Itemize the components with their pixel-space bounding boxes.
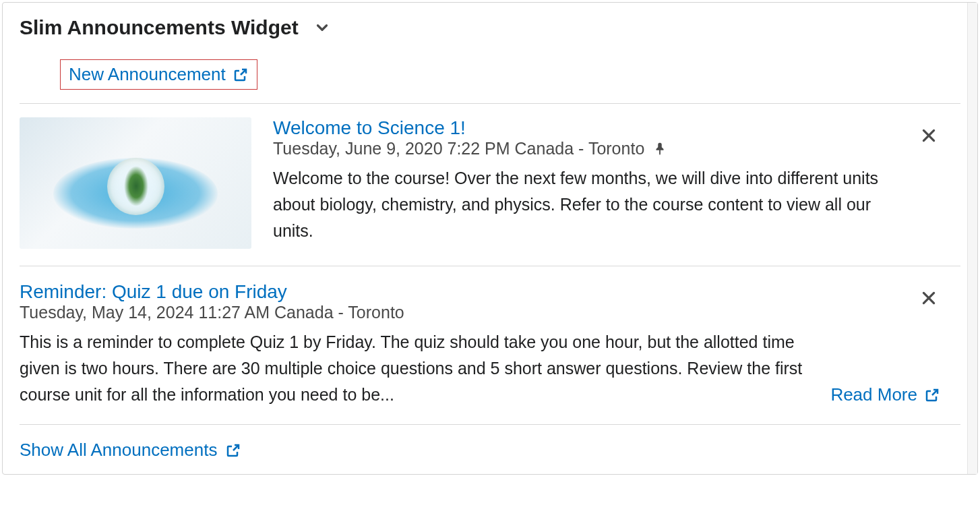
announcement-title-link[interactable]: Welcome to Science 1!	[273, 117, 466, 138]
announcement-meta: Tuesday, May 14, 2024 11:27 AM Canada - …	[20, 303, 960, 322]
pin-icon	[652, 140, 667, 158]
widget-footer: Show All Announcements	[20, 425, 960, 461]
external-link-icon	[225, 442, 241, 459]
widget-menu-toggle[interactable]	[311, 16, 334, 39]
announcement-date: Tuesday, May 14, 2024 11:27 AM Canada - …	[20, 303, 404, 322]
announcement-date: Tuesday, June 9, 2020 7:22 PM Canada - T…	[273, 139, 644, 158]
scrollbar-track[interactable]	[967, 3, 977, 474]
announcement-body: This is a reminder to complete Quiz 1 by…	[20, 329, 803, 407]
announcements-widget: Slim Announcements Widget New Announceme…	[2, 2, 978, 475]
new-announcement-label: New Announcement	[69, 64, 226, 85]
dismiss-button[interactable]	[917, 124, 940, 147]
announcement-meta: Tuesday, June 9, 2020 7:22 PM Canada - T…	[273, 139, 907, 158]
widget-header: Slim Announcements Widget	[20, 16, 960, 39]
announcement-content: Welcome to Science 1! Tuesday, June 9, 2…	[273, 117, 960, 243]
announcement-item: Welcome to Science 1! Tuesday, June 9, 2…	[20, 104, 960, 266]
external-link-icon	[924, 387, 940, 403]
external-link-icon	[233, 67, 249, 83]
new-announcement-link[interactable]: New Announcement	[60, 59, 257, 90]
close-icon	[920, 289, 938, 307]
widget-title: Slim Announcements Widget	[20, 16, 299, 39]
show-all-label: Show All Announcements	[20, 440, 217, 461]
announcement-thumbnail	[20, 117, 251, 249]
show-all-announcements-link[interactable]: Show All Announcements	[20, 440, 241, 461]
chevron-down-icon	[313, 19, 331, 36]
dismiss-button[interactable]	[917, 287, 940, 310]
read-more-link[interactable]: Read More	[830, 384, 960, 407]
read-more-label: Read More	[830, 384, 917, 405]
announcement-title-link[interactable]: Reminder: Quiz 1 due on Friday	[20, 281, 287, 302]
close-icon	[920, 127, 938, 144]
announcement-item: Reminder: Quiz 1 due on Friday Tuesday, …	[20, 266, 960, 425]
announcement-body: Welcome to the course! Over the next few…	[273, 165, 907, 243]
